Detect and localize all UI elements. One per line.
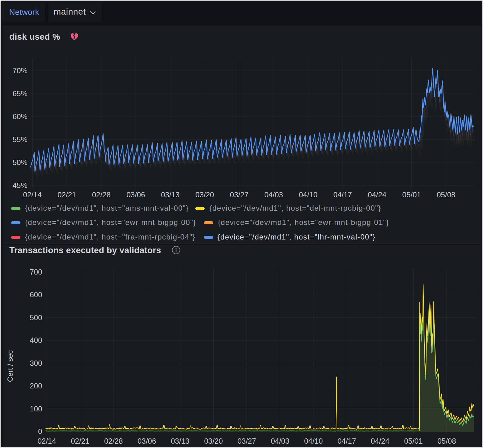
svg-text:60%: 60% xyxy=(12,112,27,121)
svg-text:03/13: 03/13 xyxy=(171,437,189,445)
svg-text:03/06: 03/06 xyxy=(126,190,145,199)
svg-text:03/27: 03/27 xyxy=(237,437,256,445)
svg-text:04/03: 04/03 xyxy=(271,437,289,445)
svg-text:05/01: 05/01 xyxy=(402,190,421,199)
svg-text:200: 200 xyxy=(30,382,42,390)
svg-text:600: 600 xyxy=(30,290,42,299)
svg-text:02/21: 02/21 xyxy=(71,437,89,445)
svg-text:02/14: 02/14 xyxy=(23,190,42,199)
svg-text:04/17: 04/17 xyxy=(337,437,356,445)
svg-text:05/01: 05/01 xyxy=(404,437,423,445)
svg-text:03/06: 03/06 xyxy=(137,437,156,445)
svg-text:02/28: 02/28 xyxy=(104,437,123,445)
svg-text:45%: 45% xyxy=(12,181,27,190)
svg-text:04/24: 04/24 xyxy=(371,437,389,445)
svg-text:Cert / sec: Cert / sec xyxy=(6,350,14,382)
svg-text:0: 0 xyxy=(38,427,42,436)
svg-text:03/13: 03/13 xyxy=(161,190,179,199)
svg-text:03/27: 03/27 xyxy=(230,190,249,199)
svg-text:02/28: 02/28 xyxy=(92,190,111,199)
svg-text:300: 300 xyxy=(30,359,42,367)
svg-text:700: 700 xyxy=(30,268,42,276)
svg-text:05/08: 05/08 xyxy=(437,190,455,199)
svg-text:70%: 70% xyxy=(12,66,27,75)
svg-text:02/14: 02/14 xyxy=(38,437,56,445)
svg-text:50%: 50% xyxy=(12,158,27,167)
svg-text:65%: 65% xyxy=(12,89,27,98)
svg-text:03/20: 03/20 xyxy=(195,190,214,199)
svg-text:100: 100 xyxy=(30,405,42,413)
svg-text:02/21: 02/21 xyxy=(58,190,76,199)
svg-text:04/10: 04/10 xyxy=(299,190,317,199)
svg-text:05/08: 05/08 xyxy=(437,437,456,445)
svg-text:04/17: 04/17 xyxy=(333,190,352,199)
svg-text:400: 400 xyxy=(30,336,42,344)
svg-text:03/20: 03/20 xyxy=(204,437,223,445)
svg-text:500: 500 xyxy=(30,313,42,322)
svg-text:55%: 55% xyxy=(12,135,27,144)
svg-text:04/03: 04/03 xyxy=(264,190,283,199)
svg-text:04/24: 04/24 xyxy=(368,190,386,199)
svg-text:04/10: 04/10 xyxy=(304,437,323,445)
